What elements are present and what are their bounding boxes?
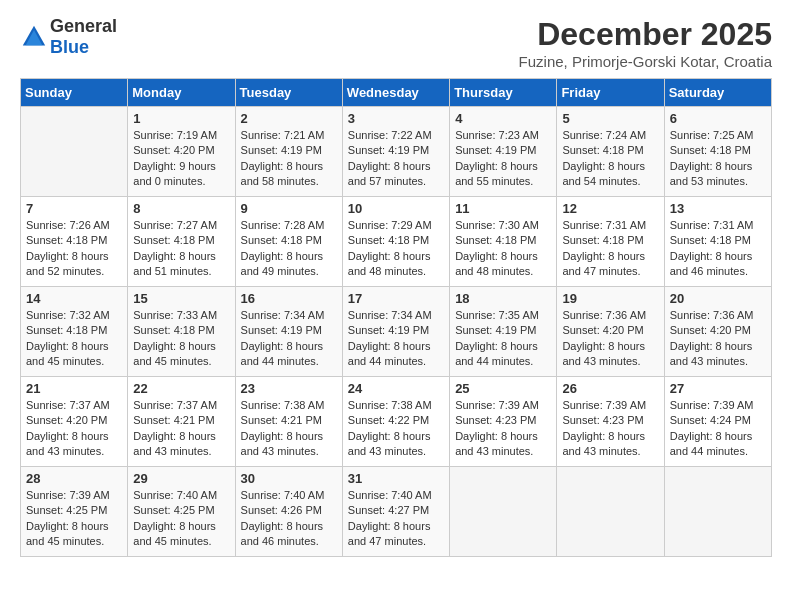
day-number: 23 — [241, 381, 337, 396]
day-info: Sunrise: 7:27 AMSunset: 4:18 PMDaylight:… — [133, 218, 229, 280]
calendar-week-row: 21Sunrise: 7:37 AMSunset: 4:20 PMDayligh… — [21, 377, 772, 467]
day-number: 11 — [455, 201, 551, 216]
day-info: Sunrise: 7:37 AMSunset: 4:21 PMDaylight:… — [133, 398, 229, 460]
day-header-saturday: Saturday — [664, 79, 771, 107]
day-number: 26 — [562, 381, 658, 396]
day-number: 4 — [455, 111, 551, 126]
day-number: 29 — [133, 471, 229, 486]
calendar-week-row: 7Sunrise: 7:26 AMSunset: 4:18 PMDaylight… — [21, 197, 772, 287]
day-info: Sunrise: 7:39 AMSunset: 4:23 PMDaylight:… — [455, 398, 551, 460]
calendar-cell: 31Sunrise: 7:40 AMSunset: 4:27 PMDayligh… — [342, 467, 449, 557]
day-info: Sunrise: 7:35 AMSunset: 4:19 PMDaylight:… — [455, 308, 551, 370]
calendar-cell: 19Sunrise: 7:36 AMSunset: 4:20 PMDayligh… — [557, 287, 664, 377]
logo-blue-text: Blue — [50, 37, 89, 57]
calendar-cell: 4Sunrise: 7:23 AMSunset: 4:19 PMDaylight… — [450, 107, 557, 197]
day-number: 12 — [562, 201, 658, 216]
day-number: 3 — [348, 111, 444, 126]
calendar-cell: 1Sunrise: 7:19 AMSunset: 4:20 PMDaylight… — [128, 107, 235, 197]
page-header: General Blue December 2025 Fuzine, Primo… — [20, 16, 772, 70]
day-number: 6 — [670, 111, 766, 126]
day-number: 28 — [26, 471, 122, 486]
day-number: 15 — [133, 291, 229, 306]
calendar-cell: 30Sunrise: 7:40 AMSunset: 4:26 PMDayligh… — [235, 467, 342, 557]
day-number: 19 — [562, 291, 658, 306]
calendar-cell: 15Sunrise: 7:33 AMSunset: 4:18 PMDayligh… — [128, 287, 235, 377]
day-number: 31 — [348, 471, 444, 486]
day-number: 2 — [241, 111, 337, 126]
day-info: Sunrise: 7:19 AMSunset: 4:20 PMDaylight:… — [133, 128, 229, 190]
day-info: Sunrise: 7:23 AMSunset: 4:19 PMDaylight:… — [455, 128, 551, 190]
day-number: 22 — [133, 381, 229, 396]
day-number: 7 — [26, 201, 122, 216]
calendar-cell: 12Sunrise: 7:31 AMSunset: 4:18 PMDayligh… — [557, 197, 664, 287]
logo: General Blue — [20, 16, 117, 58]
calendar-cell: 28Sunrise: 7:39 AMSunset: 4:25 PMDayligh… — [21, 467, 128, 557]
day-header-friday: Friday — [557, 79, 664, 107]
day-info: Sunrise: 7:36 AMSunset: 4:20 PMDaylight:… — [562, 308, 658, 370]
day-info: Sunrise: 7:40 AMSunset: 4:27 PMDaylight:… — [348, 488, 444, 550]
calendar-cell: 3Sunrise: 7:22 AMSunset: 4:19 PMDaylight… — [342, 107, 449, 197]
day-header-tuesday: Tuesday — [235, 79, 342, 107]
calendar-cell: 16Sunrise: 7:34 AMSunset: 4:19 PMDayligh… — [235, 287, 342, 377]
location-subtitle: Fuzine, Primorje-Gorski Kotar, Croatia — [519, 53, 772, 70]
day-info: Sunrise: 7:39 AMSunset: 4:23 PMDaylight:… — [562, 398, 658, 460]
day-info: Sunrise: 7:24 AMSunset: 4:18 PMDaylight:… — [562, 128, 658, 190]
calendar-cell: 17Sunrise: 7:34 AMSunset: 4:19 PMDayligh… — [342, 287, 449, 377]
day-number: 17 — [348, 291, 444, 306]
calendar-cell: 10Sunrise: 7:29 AMSunset: 4:18 PMDayligh… — [342, 197, 449, 287]
calendar-cell: 11Sunrise: 7:30 AMSunset: 4:18 PMDayligh… — [450, 197, 557, 287]
day-header-sunday: Sunday — [21, 79, 128, 107]
day-info: Sunrise: 7:31 AMSunset: 4:18 PMDaylight:… — [562, 218, 658, 280]
logo-general-text: General — [50, 16, 117, 36]
day-number: 25 — [455, 381, 551, 396]
day-info: Sunrise: 7:22 AMSunset: 4:19 PMDaylight:… — [348, 128, 444, 190]
calendar-cell: 13Sunrise: 7:31 AMSunset: 4:18 PMDayligh… — [664, 197, 771, 287]
calendar-week-row: 28Sunrise: 7:39 AMSunset: 4:25 PMDayligh… — [21, 467, 772, 557]
day-number: 30 — [241, 471, 337, 486]
day-info: Sunrise: 7:21 AMSunset: 4:19 PMDaylight:… — [241, 128, 337, 190]
day-info: Sunrise: 7:37 AMSunset: 4:20 PMDaylight:… — [26, 398, 122, 460]
day-info: Sunrise: 7:36 AMSunset: 4:20 PMDaylight:… — [670, 308, 766, 370]
day-number: 20 — [670, 291, 766, 306]
calendar-cell: 21Sunrise: 7:37 AMSunset: 4:20 PMDayligh… — [21, 377, 128, 467]
day-number: 10 — [348, 201, 444, 216]
calendar-week-row: 1Sunrise: 7:19 AMSunset: 4:20 PMDaylight… — [21, 107, 772, 197]
day-number: 9 — [241, 201, 337, 216]
day-number: 24 — [348, 381, 444, 396]
day-info: Sunrise: 7:33 AMSunset: 4:18 PMDaylight:… — [133, 308, 229, 370]
day-info: Sunrise: 7:39 AMSunset: 4:24 PMDaylight:… — [670, 398, 766, 460]
day-number: 14 — [26, 291, 122, 306]
calendar-cell: 24Sunrise: 7:38 AMSunset: 4:22 PMDayligh… — [342, 377, 449, 467]
title-area: December 2025 Fuzine, Primorje-Gorski Ko… — [519, 16, 772, 70]
calendar-cell: 27Sunrise: 7:39 AMSunset: 4:24 PMDayligh… — [664, 377, 771, 467]
calendar-cell: 2Sunrise: 7:21 AMSunset: 4:19 PMDaylight… — [235, 107, 342, 197]
day-info: Sunrise: 7:40 AMSunset: 4:25 PMDaylight:… — [133, 488, 229, 550]
day-info: Sunrise: 7:34 AMSunset: 4:19 PMDaylight:… — [241, 308, 337, 370]
day-number: 18 — [455, 291, 551, 306]
calendar-cell: 7Sunrise: 7:26 AMSunset: 4:18 PMDaylight… — [21, 197, 128, 287]
calendar-cell: 14Sunrise: 7:32 AMSunset: 4:18 PMDayligh… — [21, 287, 128, 377]
day-header-wednesday: Wednesday — [342, 79, 449, 107]
calendar-cell: 20Sunrise: 7:36 AMSunset: 4:20 PMDayligh… — [664, 287, 771, 377]
calendar-cell: 22Sunrise: 7:37 AMSunset: 4:21 PMDayligh… — [128, 377, 235, 467]
day-info: Sunrise: 7:32 AMSunset: 4:18 PMDaylight:… — [26, 308, 122, 370]
calendar-cell: 26Sunrise: 7:39 AMSunset: 4:23 PMDayligh… — [557, 377, 664, 467]
day-header-monday: Monday — [128, 79, 235, 107]
day-info: Sunrise: 7:25 AMSunset: 4:18 PMDaylight:… — [670, 128, 766, 190]
day-info: Sunrise: 7:38 AMSunset: 4:22 PMDaylight:… — [348, 398, 444, 460]
day-header-thursday: Thursday — [450, 79, 557, 107]
day-number: 5 — [562, 111, 658, 126]
calendar-table: SundayMondayTuesdayWednesdayThursdayFrid… — [20, 78, 772, 557]
day-info: Sunrise: 7:34 AMSunset: 4:19 PMDaylight:… — [348, 308, 444, 370]
day-number: 8 — [133, 201, 229, 216]
calendar-cell: 25Sunrise: 7:39 AMSunset: 4:23 PMDayligh… — [450, 377, 557, 467]
day-info: Sunrise: 7:30 AMSunset: 4:18 PMDaylight:… — [455, 218, 551, 280]
day-info: Sunrise: 7:39 AMSunset: 4:25 PMDaylight:… — [26, 488, 122, 550]
day-info: Sunrise: 7:31 AMSunset: 4:18 PMDaylight:… — [670, 218, 766, 280]
calendar-body: 1Sunrise: 7:19 AMSunset: 4:20 PMDaylight… — [21, 107, 772, 557]
day-info: Sunrise: 7:40 AMSunset: 4:26 PMDaylight:… — [241, 488, 337, 550]
day-info: Sunrise: 7:26 AMSunset: 4:18 PMDaylight:… — [26, 218, 122, 280]
day-number: 1 — [133, 111, 229, 126]
day-info: Sunrise: 7:29 AMSunset: 4:18 PMDaylight:… — [348, 218, 444, 280]
day-number: 16 — [241, 291, 337, 306]
